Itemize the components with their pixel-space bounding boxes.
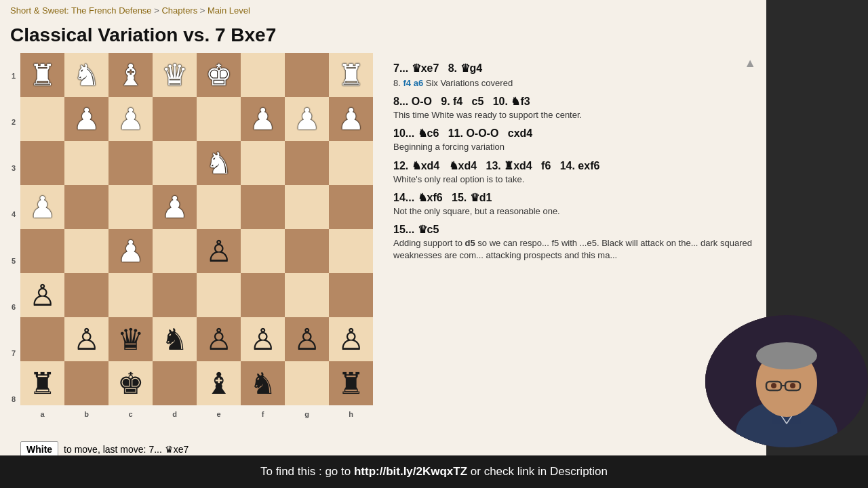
square-c1[interactable]: ♚: [108, 361, 153, 405]
square-h3[interactable]: [329, 273, 373, 317]
square-e7[interactable]: [197, 97, 241, 141]
square-b8[interactable]: ♞: [64, 53, 108, 97]
move-line-4: 10... ♞c6 11. O-O-O cxd4 Beginning a for…: [393, 127, 756, 153]
move-heading-4[interactable]: 10... ♞c6 11. O-O-O cxd4: [393, 127, 756, 140]
move-heading-6[interactable]: 14... ♞xf6 15. ♛d1: [393, 191, 756, 204]
square-d6[interactable]: [153, 141, 197, 185]
square-c7[interactable]: ♟: [108, 97, 153, 141]
move-desc-6: Not the only square, but a reasonable on…: [393, 205, 756, 218]
square-b3[interactable]: [64, 273, 108, 317]
scroll-up-button[interactable]: ▲: [744, 56, 756, 70]
svg-point-5: [756, 342, 817, 369]
square-g4[interactable]: [285, 229, 329, 273]
bottom-banner: To find this : go to http://bit.ly/2Kwqx…: [0, 455, 868, 488]
move-heading-1[interactable]: 7... ♛xe7 8. ♛g4: [393, 62, 756, 75]
square-a6[interactable]: [20, 141, 64, 185]
square-g8[interactable]: [285, 53, 329, 97]
status-text: to move, last move: 7... ♛xe7: [64, 444, 189, 455]
square-c2[interactable]: ♛: [108, 317, 153, 361]
square-h1[interactable]: ♜: [329, 361, 373, 405]
square-h2[interactable]: ♙: [329, 317, 373, 361]
main-content: Short & Sweet: The French Defense > Chap…: [0, 0, 766, 461]
square-d7[interactable]: [153, 97, 197, 141]
square-d5[interactable]: ♟: [153, 185, 197, 229]
square-e2[interactable]: ♙: [197, 317, 241, 361]
square-f3[interactable]: [241, 273, 285, 317]
square-e4[interactable]: ♙: [197, 229, 241, 273]
rank-4: 4: [7, 191, 20, 237]
square-a2[interactable]: [20, 317, 64, 361]
breadcrumb-link-3[interactable]: Main Level: [208, 5, 250, 16]
move-line-7: 15... ♛c5 Adding support to d5 so we can…: [393, 223, 756, 262]
square-f4[interactable]: [241, 229, 285, 273]
square-h8[interactable]: ♜: [329, 53, 373, 97]
square-b1[interactable]: [64, 361, 108, 405]
square-g6[interactable]: [285, 141, 329, 185]
square-g3[interactable]: [285, 273, 329, 317]
chess-board[interactable]: ♜ ♞ ♝ ♛ ♚ ♜ ♟ ♟ ♟ ♟ ♟: [20, 53, 373, 405]
square-h4[interactable]: [329, 229, 373, 273]
square-b5[interactable]: [64, 185, 108, 229]
square-f7[interactable]: ♟: [241, 97, 285, 141]
move-link-f4[interactable]: f4: [403, 78, 411, 88]
square-d1[interactable]: [153, 361, 197, 405]
square-d4[interactable]: [153, 229, 197, 273]
square-f2[interactable]: ♙: [241, 317, 285, 361]
square-b4[interactable]: [64, 229, 108, 273]
rank-labels: 1 2 3 4 5 6 7 8: [7, 53, 20, 422]
breadcrumb-link-1[interactable]: Short & Sweet: The French Defense: [10, 5, 152, 16]
square-f8[interactable]: [241, 53, 285, 97]
square-f5[interactable]: [241, 185, 285, 229]
square-h6[interactable]: [329, 141, 373, 185]
square-d2[interactable]: ♞: [153, 317, 197, 361]
page-title: Classical Variation vs. 7 Bxe7: [0, 21, 766, 53]
square-f6[interactable]: [241, 141, 285, 185]
chess-board-container: 1 2 3 4 5 6 7 8 ♜ ♞ ♝: [7, 53, 376, 422]
file-labels: a b c d e f g h: [20, 405, 373, 422]
square-a7[interactable]: [20, 97, 64, 141]
square-a5[interactable]: ♟: [20, 185, 64, 229]
move-heading-7[interactable]: 15... ♛c5: [393, 223, 756, 236]
file-f: f: [241, 405, 285, 422]
move-line-5: 12. ♞xd4 ♞xd4 13. ♜xd4 f6 14. exf6 White…: [393, 159, 756, 186]
square-g1[interactable]: [285, 361, 329, 405]
move-heading-5[interactable]: 12. ♞xd4 ♞xd4 13. ♜xd4 f6 14. exf6: [393, 159, 756, 172]
square-g7[interactable]: ♟: [285, 97, 329, 141]
file-a: a: [20, 405, 64, 422]
square-e3[interactable]: [197, 273, 241, 317]
file-b: b: [64, 405, 108, 422]
square-f1[interactable]: ♞: [241, 361, 285, 405]
move-heading-3[interactable]: 8... O-O 9. f4 c5 10. ♞f3: [393, 95, 756, 108]
square-a3[interactable]: ♙: [20, 273, 64, 317]
move-link-a6[interactable]: a6: [414, 78, 423, 88]
banner-link[interactable]: http://bit.ly/2KwqxTZ: [354, 465, 467, 478]
square-c3[interactable]: [108, 273, 153, 317]
rank-6: 6: [7, 284, 20, 330]
square-c8[interactable]: ♝: [108, 53, 153, 97]
square-h7[interactable]: ♟: [329, 97, 373, 141]
square-b7[interactable]: ♟: [64, 97, 108, 141]
square-g5[interactable]: [285, 185, 329, 229]
square-e5[interactable]: [197, 185, 241, 229]
square-e8[interactable]: ♚: [197, 53, 241, 97]
square-c4[interactable]: ♟: [108, 229, 153, 273]
svg-point-9: [771, 383, 776, 388]
square-c5[interactable]: [108, 185, 153, 229]
square-h5[interactable]: [329, 185, 373, 229]
banner-text: To find this : go to http://bit.ly/2Kwqx…: [260, 465, 608, 479]
square-a4[interactable]: [20, 229, 64, 273]
square-b2[interactable]: ♙: [64, 317, 108, 361]
square-d3[interactable]: [153, 273, 197, 317]
square-c6[interactable]: [108, 141, 153, 185]
square-e6[interactable]: ♞: [197, 141, 241, 185]
webcam-overlay: [705, 315, 868, 447]
square-a8[interactable]: ♜: [20, 53, 64, 97]
breadcrumb-sep-2: >: [200, 5, 208, 16]
square-b6[interactable]: [64, 141, 108, 185]
square-d8[interactable]: ♛: [153, 53, 197, 97]
square-g2[interactable]: ♙: [285, 317, 329, 361]
breadcrumb-link-2[interactable]: Chapters: [161, 5, 197, 16]
file-h: h: [329, 405, 373, 422]
square-a1[interactable]: ♜: [20, 361, 64, 405]
square-e1[interactable]: ♝: [197, 361, 241, 405]
